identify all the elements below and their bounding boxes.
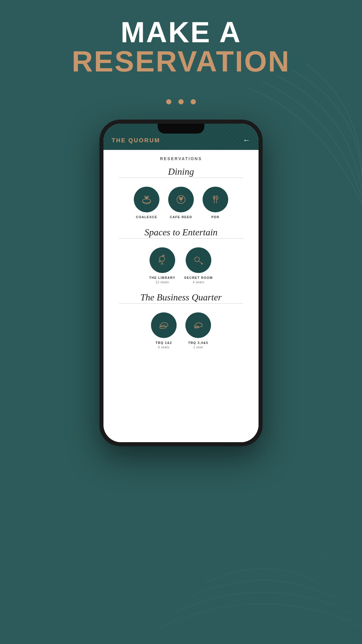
tbq-1-2-item[interactable]: TBQ 1&2 6 SEATS [151,312,177,349]
spaces-section: Spaces to Entertain [103,225,259,290]
library-icon [156,253,169,267]
tbq-1-2-seats: 6 SEATS [158,346,169,349]
secret-room-item[interactable]: SECRET ROOM 4 SEATS [184,247,213,284]
pdr-label: PDR [211,215,219,219]
cafe-reed-item[interactable]: CAFE REED [168,187,194,219]
header-section: MAKE A RESERVATION [0,18,362,76]
tbq-3-4-5-item[interactable]: TBQ 3,4&5 1 SEAT [185,312,211,349]
header-line2: RESERVATION [0,47,362,76]
header-line1: MAKE A [0,18,362,47]
dining-section: Dining [103,164,259,225]
pagination-dots [0,99,362,104]
dining-icons: COALESCE [103,184,259,225]
secret-room-icon [192,253,205,267]
dot-1[interactable] [166,99,171,104]
svg-point-7 [163,255,164,256]
section-header-label: RESERVATIONS [103,150,259,164]
dot-2[interactable] [178,99,184,104]
secret-room-label: SECRET ROOM [184,276,213,279]
tbq-3-4-5-seats: 1 SEAT [193,346,203,349]
svg-point-2 [143,199,151,203]
library-seats: 12 SEATS [156,281,169,284]
tbq-1-2-icon [157,318,171,332]
business-section: The Business Quarter [103,290,259,355]
phone-outer: THE QUORUM ← RESERVATIONS Dining [99,120,263,446]
tbq-3-4-5-icon-circle [185,312,211,338]
svg-point-8 [195,257,199,262]
dining-title: Dining [103,164,259,178]
cafe-reed-label: CAFE REED [170,215,192,219]
svg-marker-0 [291,496,350,554]
secret-room-icon-circle [186,247,211,273]
phone-content: RESERVATIONS Dining [103,150,259,442]
tbq-1-2-icon-circle [151,312,177,338]
phone-notch [158,124,204,134]
cafe-reed-icon-circle [168,187,194,212]
coalesce-icon [140,193,153,206]
back-button[interactable]: ← [243,136,250,145]
spaces-divider [119,238,243,239]
svg-marker-1 [286,490,356,560]
pdr-icon-circle [203,187,228,212]
phone-screen: THE QUORUM ← RESERVATIONS Dining [103,124,259,442]
business-icons: TBQ 1&2 6 SEATS [103,309,259,355]
coalesce-icon-circle [134,187,159,212]
app-title: THE QUORUM [112,137,160,144]
library-item[interactable]: THE LIBRARY 12 SEATS [149,247,175,284]
spaces-icons: THE LIBRARY 12 SEATS [103,244,259,290]
pdr-item[interactable]: PDR [203,187,228,219]
library-label: THE LIBRARY [149,276,175,279]
secret-room-seats: 4 SEATS [193,281,204,284]
pdr-icon [209,193,222,206]
phone-container: THE QUORUM ← RESERVATIONS Dining [99,120,263,446]
tbq-3-4-5-label: TBQ 3,4&5 [188,341,208,344]
coalesce-label: COALESCE [136,215,157,219]
dot-3[interactable] [191,99,196,104]
dining-divider [119,178,243,178]
tbq-3-4-5-icon [191,318,205,332]
tbq-1-2-label: TBQ 1&2 [156,341,172,344]
cafe-reed-icon [174,193,188,206]
business-divider [119,303,243,304]
coalesce-item[interactable]: COALESCE [134,187,159,219]
business-title: The Business Quarter [103,290,259,303]
library-icon-circle [150,247,175,273]
spaces-title: Spaces to Entertain [103,225,259,238]
